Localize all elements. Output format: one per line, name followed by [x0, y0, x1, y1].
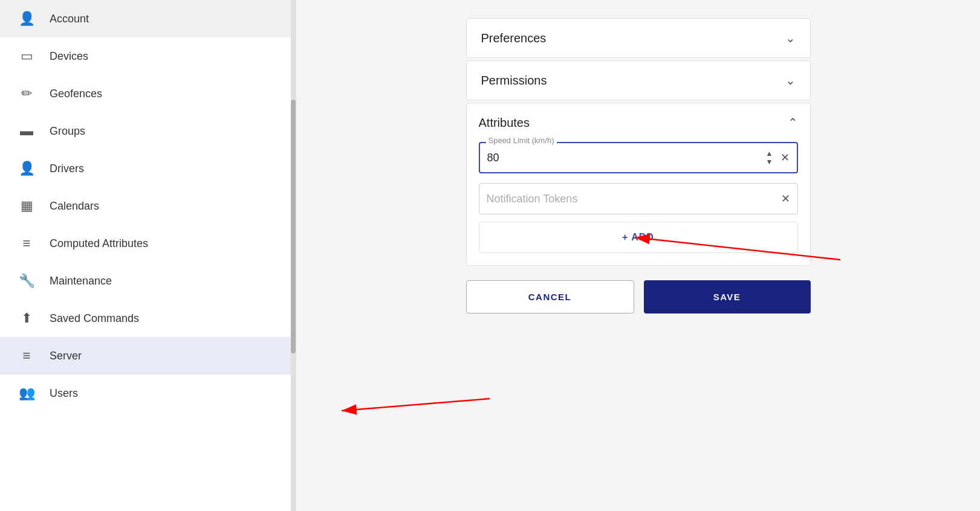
- sidebar-label-users: Users: [50, 387, 78, 400]
- sidebar-item-drivers[interactable]: 👤Drivers: [0, 150, 296, 187]
- preferences-label: Preferences: [481, 31, 547, 45]
- sidebar-icon-devices: ▭: [18, 48, 35, 64]
- notification-tokens-field[interactable]: Notification Tokens ✕: [479, 183, 798, 214]
- sidebar-icon-server: ≡: [18, 348, 35, 364]
- sidebar-label-maintenance: Maintenance: [50, 275, 112, 288]
- attributes-section: Attributes ⌃ Speed Limit (km/h) ▲ ▼ ✕ No…: [466, 103, 811, 266]
- sidebar-label-groups: Groups: [50, 125, 85, 138]
- save-button[interactable]: SAVE: [644, 280, 811, 313]
- speed-limit-input-row[interactable]: ▲ ▼ ✕: [479, 142, 798, 173]
- sidebar-icon-geofences: ✏: [18, 86, 35, 101]
- sidebar-item-account[interactable]: 👤Account: [0, 0, 296, 37]
- panel-content: Preferences ⌄ Permissions ⌄ Attributes ⌃…: [466, 18, 811, 268]
- notification-tokens-clear-icon[interactable]: ✕: [781, 192, 790, 205]
- add-button[interactable]: + ADD: [479, 222, 798, 253]
- sidebar-scrollbar-thumb[interactable]: [291, 100, 296, 353]
- sidebar-scrollbar[interactable]: [291, 0, 296, 511]
- right-panel: Preferences ⌄ Permissions ⌄ Attributes ⌃…: [296, 0, 980, 511]
- sidebar-item-users[interactable]: 👥Users: [0, 374, 296, 412]
- sidebar-item-groups[interactable]: ▬Groups: [0, 112, 296, 150]
- sidebar-icon-maintenance: 🔧: [18, 273, 35, 289]
- svg-line-2: [342, 399, 490, 411]
- preferences-chevron-icon: ⌄: [785, 31, 796, 45]
- cancel-button[interactable]: CANCEL: [466, 280, 634, 313]
- speed-limit-label: Speed Limit (km/h): [486, 136, 557, 145]
- sidebar-item-saved-commands[interactable]: ⬆Saved Commands: [0, 300, 296, 337]
- speed-limit-field: Speed Limit (km/h) ▲ ▼ ✕: [479, 142, 798, 173]
- sidebar-icon-groups: ▬: [18, 123, 35, 139]
- attributes-chevron-up-icon: ⌃: [788, 115, 798, 130]
- sidebar-item-maintenance[interactable]: 🔧Maintenance: [0, 262, 296, 300]
- sidebar-label-calendars: Calendars: [50, 200, 99, 213]
- sidebar-item-calendars[interactable]: ▦Calendars: [0, 187, 296, 225]
- sidebar-label-saved-commands: Saved Commands: [50, 312, 139, 325]
- sidebar-item-geofences[interactable]: ✏Geofences: [0, 75, 296, 112]
- preferences-section[interactable]: Preferences ⌄: [466, 18, 811, 58]
- sidebar: 👤Account▭Devices✏Geofences▬Groups👤Driver…: [0, 0, 296, 511]
- sidebar-label-geofences: Geofences: [50, 88, 102, 100]
- sidebar-label-drivers: Drivers: [50, 162, 84, 175]
- spinner-up-icon[interactable]: ▲: [766, 149, 773, 158]
- speed-limit-clear-icon[interactable]: ✕: [780, 151, 790, 164]
- action-buttons: CANCEL SAVE: [466, 280, 811, 313]
- sidebar-icon-users: 👥: [18, 385, 35, 401]
- sidebar-label-computed-attributes: Computed Attributes: [50, 237, 148, 250]
- sidebar-label-account: Account: [50, 13, 89, 25]
- sidebar-icon-computed-attributes: ≡: [18, 236, 35, 251]
- attributes-label: Attributes: [479, 116, 530, 130]
- sidebar-item-server[interactable]: ≡Server: [0, 337, 296, 374]
- attributes-header[interactable]: Attributes ⌃: [479, 115, 798, 130]
- sidebar-icon-saved-commands: ⬆: [18, 310, 35, 326]
- permissions-chevron-icon: ⌄: [785, 73, 796, 88]
- speed-limit-spinners[interactable]: ▲ ▼: [766, 149, 773, 166]
- sidebar-icon-calendars: ▦: [18, 198, 35, 214]
- permissions-section[interactable]: Permissions ⌄: [466, 60, 811, 100]
- spinner-down-icon[interactable]: ▼: [766, 158, 773, 166]
- sidebar-label-devices: Devices: [50, 50, 88, 63]
- notification-tokens-label: Notification Tokens: [487, 193, 781, 205]
- sidebar-item-devices[interactable]: ▭Devices: [0, 37, 296, 75]
- permissions-label: Permissions: [481, 74, 547, 88]
- sidebar-icon-account: 👤: [18, 11, 35, 27]
- sidebar-label-server: Server: [50, 350, 82, 362]
- sidebar-item-computed-attributes[interactable]: ≡Computed Attributes: [0, 225, 296, 262]
- speed-limit-input[interactable]: [487, 152, 766, 164]
- sidebar-icon-drivers: 👤: [18, 161, 35, 176]
